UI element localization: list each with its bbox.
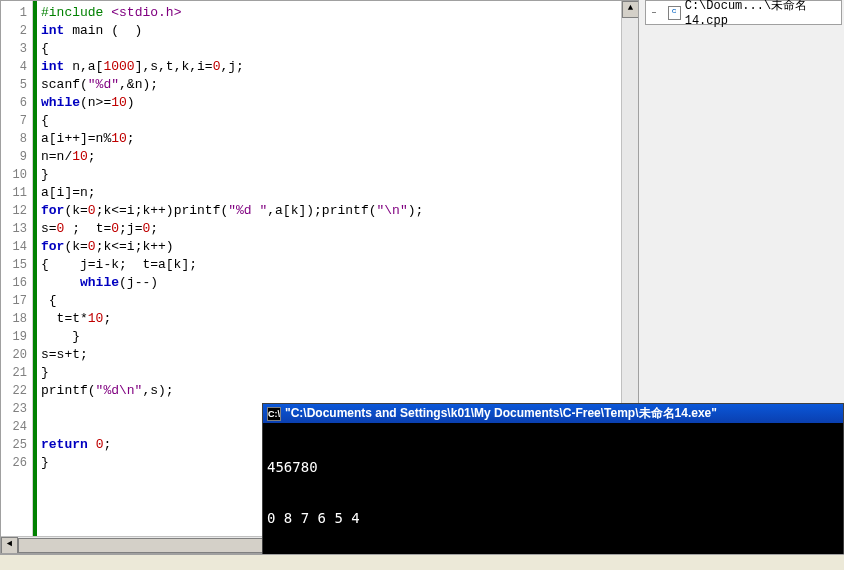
line-number: 20 bbox=[1, 346, 32, 364]
code-line[interactable]: printf("%d\n",s); bbox=[41, 382, 638, 400]
code-line[interactable]: } bbox=[41, 364, 638, 382]
code-line[interactable]: s=0 ; t=0;j=0; bbox=[41, 220, 638, 238]
code-line[interactable]: { bbox=[41, 292, 638, 310]
code-line[interactable]: while(n>=10) bbox=[41, 94, 638, 112]
code-line[interactable]: a[i]=n; bbox=[41, 184, 638, 202]
code-line[interactable]: a[i++]=n%10; bbox=[41, 130, 638, 148]
scroll-left-button[interactable]: ◄ bbox=[1, 537, 18, 554]
line-number: 16 bbox=[1, 274, 32, 292]
code-line[interactable]: #include <stdio.h> bbox=[41, 4, 638, 22]
code-line[interactable]: s=s+t; bbox=[41, 346, 638, 364]
line-number: 14 bbox=[1, 238, 32, 256]
line-number: 8 bbox=[1, 130, 32, 148]
code-line[interactable]: int main ( ) bbox=[41, 22, 638, 40]
line-number: 26 bbox=[1, 454, 32, 472]
console-title-text: "C:\Documents and Settings\k01\My Docume… bbox=[285, 404, 717, 423]
line-number: 24 bbox=[1, 418, 32, 436]
line-number-gutter: 1234567891011121314151617181920212223242… bbox=[1, 1, 33, 553]
line-number: 6 bbox=[1, 94, 32, 112]
console-line: 456780 bbox=[267, 459, 839, 476]
line-number: 21 bbox=[1, 364, 32, 382]
console-line: 0 8 7 6 5 4 bbox=[267, 510, 839, 527]
line-number: 17 bbox=[1, 292, 32, 310]
code-line[interactable]: t=t*10; bbox=[41, 310, 638, 328]
line-number: 3 bbox=[1, 40, 32, 58]
code-line[interactable]: { j=i-k; t=a[k]; bbox=[41, 256, 638, 274]
line-number: 11 bbox=[1, 184, 32, 202]
file-tree-panel: C:\Docum...\未命名14.cpp bbox=[645, 0, 842, 25]
line-number: 25 bbox=[1, 436, 32, 454]
line-number: 12 bbox=[1, 202, 32, 220]
cpp-file-icon bbox=[668, 6, 681, 20]
line-number: 10 bbox=[1, 166, 32, 184]
code-line[interactable]: int n,a[1000],s,t,k,i=0,j; bbox=[41, 58, 638, 76]
line-number: 1 bbox=[1, 4, 32, 22]
line-number: 9 bbox=[1, 148, 32, 166]
tree-connector-icon bbox=[652, 7, 664, 18]
code-line[interactable]: } bbox=[41, 328, 638, 346]
code-line[interactable]: { bbox=[41, 112, 638, 130]
code-line[interactable]: scanf("%d",&n); bbox=[41, 76, 638, 94]
code-line[interactable]: for(k=0;k<=i;k++) bbox=[41, 238, 638, 256]
code-line[interactable]: for(k=0;k<=i;k++)printf("%d ",a[k]);prin… bbox=[41, 202, 638, 220]
line-number: 18 bbox=[1, 310, 32, 328]
console-system-icon[interactable]: C:\ bbox=[267, 407, 281, 421]
file-tree-item[interactable]: C:\Docum...\未命名14.cpp bbox=[685, 0, 835, 28]
line-number: 15 bbox=[1, 256, 32, 274]
status-bar bbox=[0, 554, 844, 570]
line-number: 4 bbox=[1, 58, 32, 76]
line-number: 22 bbox=[1, 382, 32, 400]
code-line[interactable]: } bbox=[41, 166, 638, 184]
line-number: 23 bbox=[1, 400, 32, 418]
scroll-up-button[interactable]: ▲ bbox=[622, 1, 639, 18]
console-titlebar[interactable]: C:\ "C:\Documents and Settings\k01\My Do… bbox=[263, 404, 843, 423]
line-number: 2 bbox=[1, 22, 32, 40]
line-number: 7 bbox=[1, 112, 32, 130]
code-line[interactable]: { bbox=[41, 40, 638, 58]
line-number: 19 bbox=[1, 328, 32, 346]
line-number: 13 bbox=[1, 220, 32, 238]
code-line[interactable]: while(j--) bbox=[41, 274, 638, 292]
line-number: 5 bbox=[1, 76, 32, 94]
console-output: 456780 0 8 7 6 5 4 87654 请按任意键继续. . . bbox=[263, 423, 843, 570]
code-line[interactable]: n=n/10; bbox=[41, 148, 638, 166]
console-window: C:\ "C:\Documents and Settings\k01\My Do… bbox=[262, 403, 844, 570]
